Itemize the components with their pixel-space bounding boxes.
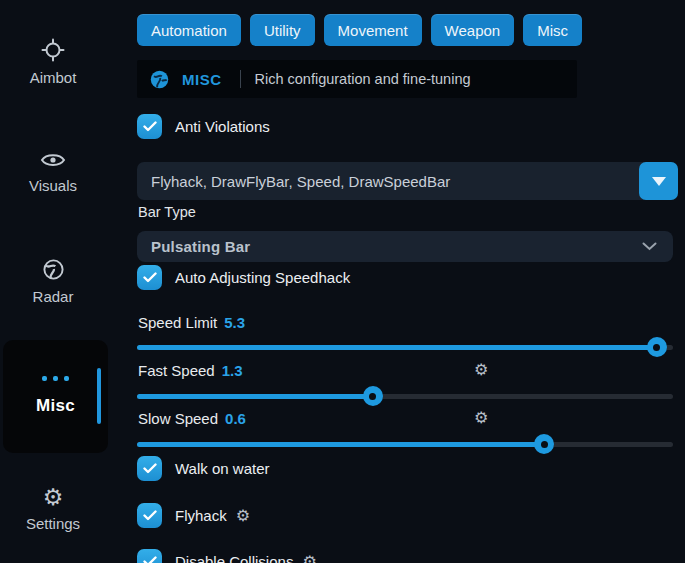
slider-track	[137, 345, 673, 350]
category-tabs: Automation Utility Movement Weapon Misc	[137, 14, 582, 46]
chevron-down-icon	[642, 242, 657, 251]
sidebar-item-visuals[interactable]: Visuals	[0, 150, 106, 194]
slider-name: Fast Speed	[138, 362, 215, 379]
slider-handle[interactable]	[363, 386, 383, 406]
checkbox-label: Auto Adjusting Speedhack	[175, 269, 350, 286]
gear-icon[interactable]: ⚙	[474, 409, 488, 427]
sidebar-item-label: Settings	[26, 515, 80, 532]
slider-fill	[137, 442, 544, 447]
tab-weapon[interactable]: Weapon	[431, 14, 515, 46]
bar-type-label: Bar Type	[138, 204, 196, 220]
main-content: Automation Utility Movement Weapon Misc …	[137, 0, 685, 563]
slider-handle[interactable]	[647, 337, 667, 357]
tab-utility[interactable]: Utility	[250, 14, 315, 46]
slow-speed-label: Slow Speed 0.6	[138, 410, 246, 427]
sidebar-item-aimbot[interactable]: Aimbot	[0, 38, 106, 86]
checkmark-icon	[137, 456, 162, 481]
slider-value: 1.3	[222, 362, 243, 379]
gear-icon[interactable]: ⚙	[236, 508, 250, 524]
section-header: MISC Rich configuration and fine-tuning	[137, 60, 577, 98]
eye-icon	[0, 150, 106, 170]
sidebar: Aimbot Visuals Radar Misc ⚙ Settings	[0, 0, 130, 563]
slider-value: 0.6	[225, 410, 246, 427]
checkbox-label: Anti Violations	[175, 118, 270, 135]
speed-limit-label: Speed Limit 5.3	[138, 314, 245, 331]
sidebar-item-label: Misc	[3, 396, 108, 416]
slow-speed-slider[interactable]	[137, 434, 673, 454]
multiselect-dropdown-button[interactable]	[639, 162, 678, 200]
globe-icon	[0, 258, 106, 281]
checkbox-auto-adjusting-speedhack[interactable]: Auto Adjusting Speedhack	[137, 265, 350, 290]
checkbox-label: Walk on water	[175, 460, 269, 477]
active-indicator-bar	[97, 368, 101, 424]
tab-automation[interactable]: Automation	[137, 14, 241, 46]
checkbox-label: Flyhack	[175, 507, 227, 524]
checkbox-disable-collisions[interactable]: Disable Collisions ⚙	[137, 549, 317, 563]
gear-icon[interactable]: ⚙	[302, 554, 316, 563]
header-divider	[240, 70, 241, 88]
slider-handle[interactable]	[534, 434, 554, 454]
multiselect-value: Flyhack, DrawFlyBar, Speed, DrawSpeedBar	[137, 173, 450, 190]
slider-track	[137, 394, 673, 399]
checkbox-anti-violations[interactable]: Anti Violations	[137, 114, 270, 139]
section-subtitle: Rich configuration and fine-tuning	[255, 71, 471, 87]
select-value: Pulsating Bar	[151, 238, 250, 255]
bar-type-select[interactable]: Pulsating Bar	[137, 231, 673, 262]
slider-name: Speed Limit	[138, 314, 217, 331]
section-title: MISC	[182, 71, 222, 88]
ellipsis-icon	[3, 376, 108, 381]
fast-speed-slider[interactable]	[137, 386, 673, 406]
sidebar-item-radar[interactable]: Radar	[0, 258, 106, 305]
fast-speed-label: Fast Speed 1.3	[138, 362, 243, 379]
gear-icon: ⚙	[0, 486, 106, 508]
tab-movement[interactable]: Movement	[324, 14, 422, 46]
sidebar-item-misc-active[interactable]: Misc	[3, 340, 108, 453]
checkbox-flyhack[interactable]: Flyhack ⚙	[137, 503, 250, 528]
slider-fill	[137, 345, 657, 350]
slider-name: Slow Speed	[138, 410, 218, 427]
checkmark-icon	[137, 549, 162, 563]
gear-icon[interactable]: ⚙	[474, 361, 488, 379]
globe-icon	[150, 70, 169, 89]
checkmark-icon	[137, 265, 162, 290]
checkbox-walk-on-water[interactable]: Walk on water	[137, 456, 269, 481]
dropdown-triangle-icon	[652, 177, 666, 186]
sidebar-item-label: Aimbot	[30, 69, 77, 86]
crosshair-icon	[0, 38, 106, 62]
speed-limit-slider[interactable]	[137, 337, 673, 357]
checkmark-icon	[137, 503, 162, 528]
tab-misc[interactable]: Misc	[523, 14, 582, 46]
slider-track	[137, 442, 673, 447]
bar-multiselect-field[interactable]: Flyhack, DrawFlyBar, Speed, DrawSpeedBar	[137, 162, 678, 200]
checkbox-label: Disable Collisions	[175, 553, 293, 563]
checkmark-icon	[137, 114, 162, 139]
sidebar-item-label: Radar	[33, 288, 74, 305]
sidebar-item-label: Visuals	[29, 177, 77, 194]
slider-fill	[137, 394, 373, 399]
slider-value: 5.3	[224, 314, 245, 331]
sidebar-item-settings[interactable]: ⚙ Settings	[0, 486, 106, 532]
